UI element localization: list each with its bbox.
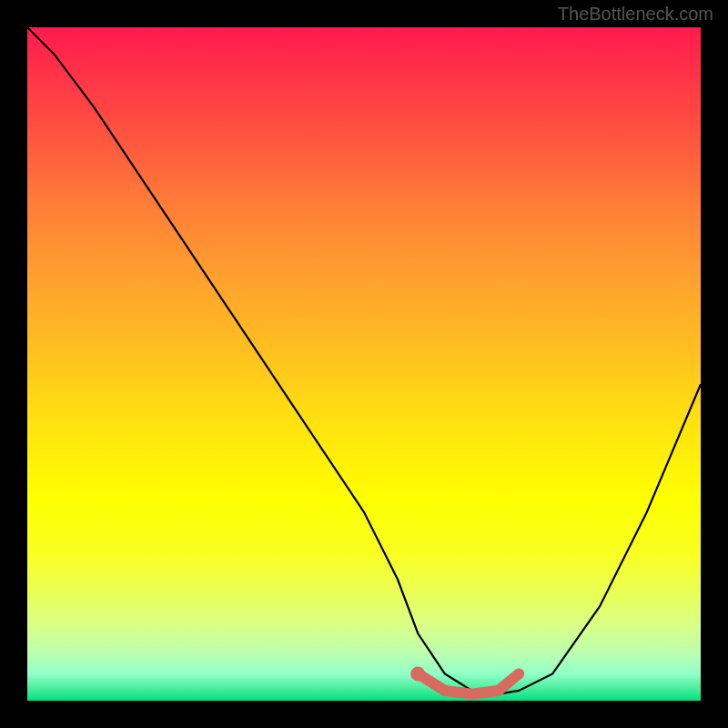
highlight-start-dot xyxy=(410,666,425,681)
plot-area xyxy=(27,27,701,701)
watermark-text: TheBottleneck.com xyxy=(558,4,713,25)
bottleneck-curve xyxy=(27,27,701,694)
chart-svg xyxy=(27,27,701,701)
optimal-highlight xyxy=(418,673,519,693)
